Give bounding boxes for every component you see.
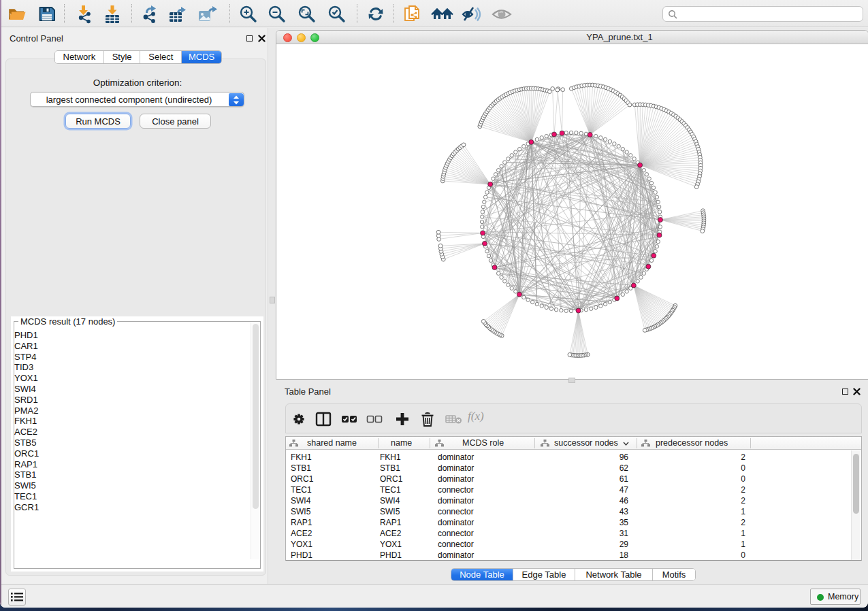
sort-chevron-icon[interactable] [623,442,629,446]
table-row[interactable]: SWI5SWI5connector431 [286,506,861,517]
graph-node[interactable] [649,181,653,184]
graph-node[interactable] [599,304,602,308]
tab-style[interactable]: Style [104,51,141,63]
search-input[interactable] [681,7,858,20]
mcds-result-item[interactable]: SWI5 [12,480,244,491]
column-header-MCDS-role[interactable]: MCDS role [462,437,504,450]
memory-button[interactable]: Memory [810,589,861,605]
tab-network-table[interactable]: Network Table [575,569,653,580]
clone-network-icon[interactable] [403,5,422,23]
show-panels-icon[interactable] [492,5,511,23]
table-scroll-thumb[interactable] [853,454,859,514]
graph-node[interactable] [656,200,660,203]
mcds-result-item[interactable]: YOX1 [12,373,244,384]
graph-node[interactable] [489,259,492,262]
vertical-splitter-handle[interactable] [270,297,275,303]
graph-node[interactable] [631,283,636,288]
graph-node[interactable] [517,292,521,297]
graph-node[interactable] [579,131,583,135]
graph-node[interactable] [621,293,624,296]
graph-node[interactable] [481,205,485,208]
graph-node[interactable] [488,182,493,186]
zoom-fit-icon[interactable] [297,5,316,23]
table-scrollbar[interactable] [851,450,860,560]
graph-node[interactable] [652,253,656,258]
graph-node[interactable] [625,290,628,293]
window-minimize-icon[interactable] [297,33,306,42]
column-separator[interactable] [430,438,430,448]
graph-node[interactable] [514,290,517,293]
save-session-icon[interactable] [37,5,57,23]
task-history-button[interactable] [8,589,26,606]
column-header-successor-nodes[interactable]: successor nodes [554,437,618,450]
graph-node[interactable] [481,215,484,218]
graph-node[interactable] [522,295,526,299]
graph-node[interactable] [540,304,543,308]
tab-select[interactable]: Select [140,51,182,63]
graph-node[interactable] [552,132,557,137]
open-session-icon[interactable] [7,5,27,23]
mcds-result-item[interactable]: STB1 [12,469,244,480]
graph-node[interactable] [632,157,636,161]
graph-node[interactable] [530,300,534,303]
graph-node[interactable] [480,220,483,223]
graph-node[interactable] [545,134,548,137]
export-network-icon[interactable] [139,5,158,23]
close-table-panel-icon[interactable] [853,388,861,395]
graph-node[interactable] [658,225,662,229]
graph-node[interactable] [503,161,507,164]
mcds-result-item[interactable]: STP4 [12,352,244,363]
graph-node[interactable] [584,308,588,311]
graph-node[interactable] [522,144,526,148]
unselect-all-columns-icon[interactable] [366,412,383,427]
graph-node[interactable] [494,173,497,176]
graph-node[interactable] [514,150,517,154]
graph-node[interactable] [492,177,495,180]
delete-table-icon[interactable] [445,412,463,427]
function-builder-icon[interactable]: f(x) [468,410,484,423]
graph-node[interactable] [657,205,660,208]
graph-node[interactable] [483,200,486,203]
graph-node[interactable] [646,264,651,269]
graph-node[interactable] [517,147,521,150]
graph-node[interactable] [551,87,555,91]
graph-node[interactable] [629,154,632,157]
graph-node[interactable] [549,307,553,310]
network-canvas[interactable] [276,44,868,380]
graph-node[interactable] [568,352,572,357]
mcds-result-item[interactable]: FKH1 [12,416,244,427]
graph-node[interactable] [496,271,500,275]
graph-node[interactable] [496,168,500,171]
graph-node[interactable] [642,271,645,275]
graph-node[interactable] [564,131,568,135]
export-table-icon[interactable] [167,5,187,23]
graph-node[interactable] [599,136,602,139]
graph-node[interactable] [560,131,564,135]
mcds-result-item[interactable]: RAP1 [12,459,244,470]
zoom-out-icon[interactable] [267,5,286,23]
table-row[interactable]: PHD1PHD1dominator180 [286,550,861,561]
run-mcds-button[interactable]: Run MCDS [65,114,131,129]
graph-node[interactable] [701,229,705,233]
graph-node[interactable] [483,195,487,199]
mcds-result-list[interactable]: PHD1CAR1STP4TID3YOX1SWI4SRD1PMA2FKH1ACE2… [12,330,244,561]
graph-node[interactable] [617,144,620,148]
network-overview-icon[interactable] [431,5,450,23]
graph-node[interactable] [658,210,661,214]
zoom-in-icon[interactable] [238,5,257,23]
graph-node[interactable] [485,250,489,253]
table-row[interactable]: ACE2ACE2connector311 [286,528,861,539]
graph-node[interactable] [535,137,539,141]
graph-node[interactable] [492,265,497,270]
graph-node[interactable] [526,298,530,301]
graph-node[interactable] [487,254,490,257]
select-all-columns-icon[interactable] [341,412,357,427]
graph-node[interactable] [654,250,657,253]
column-separator[interactable] [750,438,751,448]
graph-node[interactable] [561,88,565,92]
graph-node[interactable] [655,245,658,248]
graph-node[interactable] [615,296,620,301]
table-row[interactable]: SWI4SWI4dominator462 [286,495,861,506]
table-row[interactable]: STB1STB1dominator620 [286,463,861,474]
graph-node[interactable] [510,154,513,157]
